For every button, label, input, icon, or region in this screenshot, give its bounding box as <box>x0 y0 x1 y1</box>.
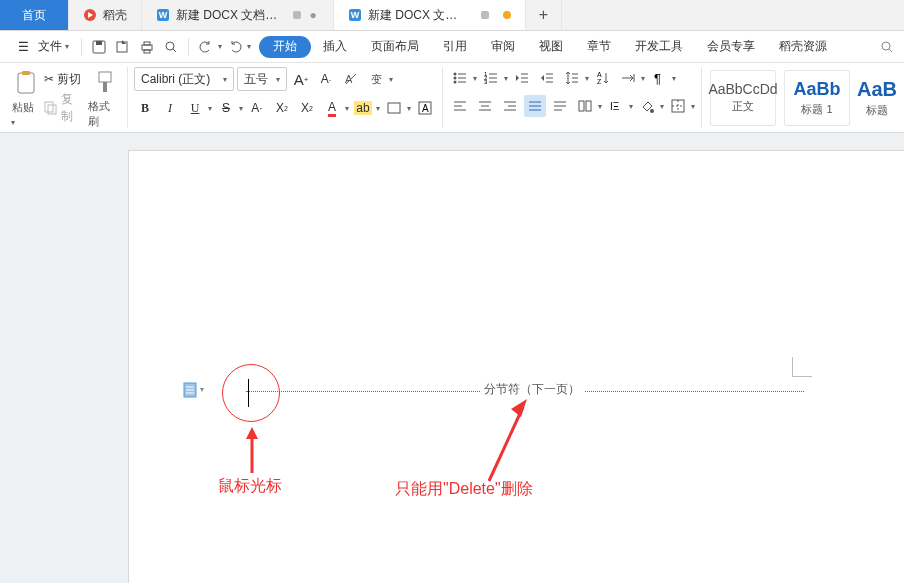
format-brush-button[interactable]: 格式刷 <box>88 67 121 129</box>
file-menu[interactable]: ☰ 文件 ▾ <box>6 36 75 58</box>
style-normal[interactable]: AaBbCcDd 正文 <box>710 70 776 126</box>
svg-text:W: W <box>351 10 360 20</box>
tab-view[interactable]: 视图 <box>527 31 575 63</box>
show-marks-button[interactable]: ¶ <box>648 67 670 89</box>
style-heading-2[interactable]: AaB 标题 <box>858 70 896 126</box>
subscript-button[interactable]: X2 <box>296 97 318 119</box>
emphasis-button[interactable]: A· <box>246 97 268 119</box>
chevron-down-icon[interactable]: ▾ <box>200 385 204 394</box>
page-type-icon[interactable] <box>183 382 199 398</box>
phonetic-button[interactable]: 变 <box>365 68 387 90</box>
svg-rect-19 <box>99 72 111 82</box>
copy-button[interactable]: 复制 <box>44 91 85 125</box>
tab-docer-res[interactable]: 稻壳资源 <box>767 31 839 63</box>
hamburger-icon: ☰ <box>12 36 34 58</box>
align-center-button[interactable] <box>474 95 496 117</box>
svg-point-13 <box>882 42 890 50</box>
align-distribute-button[interactable] <box>549 95 571 117</box>
cut-button[interactable]: ✂剪切 <box>44 71 85 88</box>
svg-text:¶: ¶ <box>654 71 661 86</box>
borders-button[interactable] <box>667 95 689 117</box>
redo-button[interactable] <box>224 36 246 58</box>
search-button[interactable] <box>876 36 898 58</box>
text-direction-button[interactable]: IΞ <box>605 95 627 117</box>
italic-button[interactable]: I <box>159 97 181 119</box>
tab-add[interactable]: + <box>526 0 562 30</box>
char-border-button[interactable]: A <box>414 97 436 119</box>
chevron-down-icon[interactable]: ▾ <box>218 42 222 51</box>
font-color-button[interactable]: A <box>321 97 343 119</box>
svg-rect-10 <box>144 50 150 53</box>
indent-button[interactable] <box>536 67 558 89</box>
align-justify-button[interactable] <box>524 95 546 117</box>
svg-rect-15 <box>18 73 34 93</box>
quick-toolbar: ☰ 文件 ▾ ▾ ▾ 开始 插入 页面布局 引用 审阅 视图 章节 开发工具 会… <box>0 31 904 63</box>
tab-minimize-icon[interactable] <box>293 11 301 19</box>
align-left-button[interactable] <box>449 95 471 117</box>
tab-close-icon[interactable]: ● <box>307 9 319 21</box>
tab-doc-1[interactable]: W 新建 DOCX 文档.docx ● <box>142 0 334 30</box>
superscript-button[interactable]: X2 <box>271 97 293 119</box>
tab-insert[interactable]: 插入 <box>311 31 359 63</box>
docer-icon <box>83 8 97 22</box>
font-grow-button[interactable]: A+ <box>290 68 312 90</box>
tab-docer[interactable]: 稻壳 <box>69 0 142 30</box>
copy-icon <box>44 101 58 115</box>
annotation-arrow-delete <box>481 399 531 485</box>
tab-layout[interactable]: 页面布局 <box>359 31 431 63</box>
font-name-select[interactable]: Calibri (正文)▾ <box>134 67 234 91</box>
undo-button[interactable] <box>195 36 217 58</box>
svg-rect-16 <box>22 71 30 75</box>
tab-chapter[interactable]: 章节 <box>575 31 623 63</box>
section-break-label: 分节符（下一页） <box>480 381 584 398</box>
sort-button[interactable]: AZ <box>592 67 614 89</box>
font-shrink-button[interactable]: A- <box>315 68 337 90</box>
paste-button[interactable]: 粘贴 ▾ <box>12 68 40 127</box>
tab-start[interactable]: 开始 <box>259 36 311 58</box>
fill-button[interactable] <box>636 95 658 117</box>
shading-button[interactable] <box>383 97 405 119</box>
save-button[interactable] <box>88 36 110 58</box>
annotation-cursor-label: 鼠标光标 <box>218 476 282 497</box>
tab-doc-2[interactable]: W 新建 DOCX 文档 (2).docx <box>334 0 526 30</box>
export-button[interactable] <box>112 36 134 58</box>
columns-button[interactable] <box>574 95 596 117</box>
align-right-button[interactable] <box>499 95 521 117</box>
svg-point-11 <box>166 42 174 50</box>
svg-rect-6 <box>96 41 102 45</box>
tab-modified-dot-icon <box>503 11 511 19</box>
svg-point-69 <box>650 109 654 113</box>
strike-button[interactable]: S <box>215 97 237 119</box>
bullet-list-button[interactable] <box>449 67 471 89</box>
preview-button[interactable] <box>160 36 182 58</box>
svg-line-14 <box>889 49 892 52</box>
print-button[interactable] <box>136 36 158 58</box>
ribbon-clipboard-group: 粘贴 ▾ ✂剪切 复制 格式刷 <box>6 67 128 128</box>
svg-text:A: A <box>345 73 353 85</box>
tab-dev[interactable]: 开发工具 <box>623 31 695 63</box>
tab-home[interactable]: 首页 <box>0 0 69 30</box>
ribbon-tabs: 开始 插入 页面布局 引用 审阅 视图 章节 开发工具 会员专享 稻壳资源 <box>259 31 839 63</box>
svg-rect-66 <box>579 101 584 111</box>
svg-point-26 <box>454 73 457 76</box>
tab-vip[interactable]: 会员专享 <box>695 31 767 63</box>
svg-line-78 <box>489 407 523 481</box>
numbered-list-button[interactable]: 123 <box>480 67 502 89</box>
bold-button[interactable]: B <box>134 97 156 119</box>
svg-rect-23 <box>388 103 400 113</box>
style-heading-1[interactable]: AaBb 标题 1 <box>784 70 850 126</box>
tab-char-button[interactable] <box>617 67 639 89</box>
ribbon-font-group: Calibri (正文)▾ 五号▾ A+ A- A 变▾ B I U▾ S▾ A… <box>128 67 443 128</box>
font-size-select[interactable]: 五号▾ <box>237 67 287 91</box>
highlight-button[interactable]: ab <box>352 97 374 119</box>
outdent-button[interactable] <box>511 67 533 89</box>
tab-review[interactable]: 审阅 <box>479 31 527 63</box>
underline-button[interactable]: U <box>184 97 206 119</box>
tab-minimize-icon[interactable] <box>481 11 489 19</box>
chevron-down-icon[interactable]: ▾ <box>247 42 251 51</box>
chevron-down-icon: ▾ <box>65 42 69 51</box>
clear-format-button[interactable]: A <box>340 68 362 90</box>
annotation-circle <box>222 364 280 422</box>
tab-ref[interactable]: 引用 <box>431 31 479 63</box>
linespace-button[interactable] <box>561 67 583 89</box>
